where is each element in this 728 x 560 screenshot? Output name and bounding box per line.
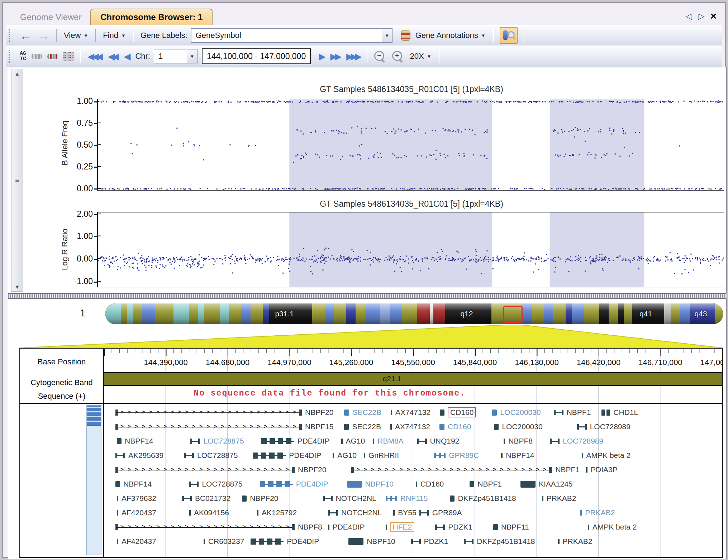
gene-item[interactable]: NOTCH2NL (328, 508, 382, 517)
gene-item[interactable]: AX747132 (390, 422, 430, 431)
gene-item[interactable]: NBPF10 (348, 537, 395, 546)
gene-item[interactable]: SEC22B (344, 408, 381, 417)
gene-item[interactable]: LOC728989 (550, 437, 603, 445)
gene-label[interactable]: NBPF14 (123, 480, 152, 488)
gene-item[interactable]: CR603237 (204, 537, 244, 546)
gene-item[interactable]: LOC200030 (492, 408, 541, 417)
plots-scrollbar[interactable]: ▲ ≡ ▼ (11, 69, 23, 292)
gene-label[interactable]: RNF115 (400, 494, 428, 503)
jump-left-button[interactable]: ◀◀ (104, 51, 120, 62)
gene-label[interactable]: AX747132 (395, 422, 430, 431)
close-icon[interactable]: × (710, 10, 717, 22)
gene-item[interactable]: LOC728875 (190, 437, 244, 445)
gene-item[interactable]: NBPF1 (470, 480, 502, 488)
baf-plot-canvas[interactable] (98, 99, 724, 190)
gene-label[interactable]: PDE4DIP (287, 537, 319, 546)
step-right-button[interactable]: ▶ (315, 51, 327, 62)
toolbar-grip[interactable] (9, 29, 13, 42)
gene-label[interactable]: NBPF11 (501, 523, 529, 531)
gene-label[interactable]: PDZK1 (424, 537, 448, 546)
zoom-level-select[interactable]: 20X▼ (406, 49, 435, 63)
gene-item[interactable]: RBM8A (373, 437, 403, 445)
horizontal-splitter[interactable] (8, 293, 726, 298)
chromosome-ideogram[interactable]: p31.1q12q41q43 (105, 303, 723, 324)
gene-item[interactable]: NBPF1 (554, 408, 591, 417)
toolbar-grip[interactable] (9, 50, 13, 63)
gene-label[interactable]: PDE4DIP (289, 451, 321, 460)
sequence-view-icon[interactable]: AGTC (20, 51, 26, 62)
gene-item[interactable]: >>>>>>>>>>>>>>>>>>>>>>>>>NBPF15 (115, 422, 333, 431)
forward-button[interactable]: → (35, 29, 53, 43)
gene-item[interactable]: AK295639 (115, 451, 163, 460)
gene-item[interactable]: GPR89C (434, 451, 479, 460)
gene-label[interactable]: AK125792 (262, 508, 297, 517)
genome-view-icon[interactable] (63, 52, 74, 61)
gene-item[interactable]: DKFZp451B1418 (450, 494, 516, 503)
gene-item[interactable]: BC021732 (182, 494, 230, 503)
gene-item[interactable]: PDE4DIP (328, 523, 365, 531)
gene-track-mini-scrollbar[interactable] (86, 405, 101, 555)
gene-item[interactable]: AG10 (341, 437, 365, 445)
gene-item[interactable]: PRKAB2 (580, 508, 615, 517)
gene-label[interactable]: PRKAB2 (563, 537, 593, 546)
gene-label[interactable]: LOC728989 (590, 422, 631, 431)
gene-item[interactable]: AK125792 (257, 508, 297, 517)
scrollbar-thumb[interactable] (87, 406, 101, 426)
step-left-button[interactable]: ◀ (120, 51, 132, 62)
gene-label[interactable]: PDE4DIP (298, 437, 330, 445)
jump-far-right-button[interactable]: ▶▶▶ (343, 51, 363, 62)
gene-item[interactable]: AG10 (333, 451, 357, 460)
gene-item[interactable]: NBPF14 (115, 480, 152, 488)
zoom-out-button[interactable]: − (374, 51, 385, 62)
gene-item[interactable]: NBPF11 (493, 523, 529, 531)
gene-label[interactable]: CR603237 (208, 537, 244, 546)
gene-item[interactable]: NBPF10 (347, 480, 394, 488)
gene-label[interactable]: PRKAB2 (547, 494, 576, 503)
gene-annotations-button[interactable]: Gene Annotations▼ (398, 28, 489, 43)
gene-item[interactable]: PRKAB2 (558, 537, 593, 546)
gene-label[interactable]: NBPF15 (305, 422, 333, 431)
gene-label[interactable]: PDZK1 (448, 523, 472, 531)
gene-item[interactable]: >>>>>>>>>>>>>>>>>>>>>>>>>>>NBPF1 (351, 465, 580, 474)
gene-label[interactable]: LOC728875 (203, 437, 244, 445)
gene-label[interactable]: AK295639 (128, 451, 163, 460)
gene-item[interactable]: CD160 (416, 480, 444, 488)
gene-label[interactable]: AX747132 (395, 408, 430, 417)
gene-label[interactable]: LOC728875 (197, 451, 238, 460)
gene-label[interactable]: NBPF8 (298, 523, 322, 531)
gene-item[interactable]: RNF115 (386, 494, 428, 503)
gene-label[interactable]: BC021732 (195, 494, 230, 503)
gene-label[interactable]: AF379632 (122, 494, 156, 503)
lrr-plot-area[interactable]: 2.001.000.00-1.00 (97, 212, 724, 287)
gene-label[interactable]: AG10 (346, 437, 365, 445)
scrollbar-grip[interactable]: ≡ (15, 176, 19, 185)
view-region-selection-box[interactable] (503, 306, 523, 323)
gene-label[interactable]: AMPK beta 2 (593, 523, 637, 531)
gene-label[interactable]: AF420437 (122, 537, 156, 546)
gene-item[interactable]: AMPK beta 2 (582, 451, 631, 460)
gene-item[interactable]: SEC22B (344, 422, 381, 431)
gene-label[interactable]: LOC200030 (502, 422, 542, 431)
gene-label[interactable]: DKFZp451B1418 (477, 537, 535, 546)
gene-label[interactable]: SEC22B (352, 422, 381, 431)
gene-item[interactable]: PDE4DIP (253, 451, 321, 460)
gene-label[interactable]: SEC22B (352, 408, 381, 417)
gene-item[interactable]: PDE4DIP (260, 480, 328, 488)
gene-label[interactable]: PRKAB2 (585, 508, 615, 517)
gene-label[interactable]: CD160 (448, 422, 471, 431)
gene-label[interactable]: GnRHRII (368, 451, 399, 460)
gene-label[interactable]: NBPF14 (506, 451, 534, 460)
gene-item[interactable]: UNQ192 (417, 437, 460, 445)
gene-item[interactable]: LOC728875 (184, 451, 238, 460)
gene-labels-select[interactable]: GeneSymbol ▼ (191, 28, 392, 43)
gene-item[interactable]: AMPK beta 2 (588, 523, 637, 531)
gene-item[interactable]: PDZK1 (411, 537, 448, 546)
gene-item[interactable]: LOC728989 (577, 422, 631, 431)
gene-label[interactable]: PDIA3P (591, 465, 618, 474)
gene-label[interactable]: PDE4DIP (333, 523, 365, 531)
chromosome-select[interactable]: 1 ▼ (154, 49, 198, 63)
position-range-input[interactable]: 144,100,000 - 147,000,000 (202, 48, 311, 64)
gene-label[interactable]: KIAA1245 (539, 480, 573, 488)
gene-label[interactable]: NBPF1 (477, 480, 502, 488)
gene-label[interactable]: CHD1L (613, 408, 638, 417)
